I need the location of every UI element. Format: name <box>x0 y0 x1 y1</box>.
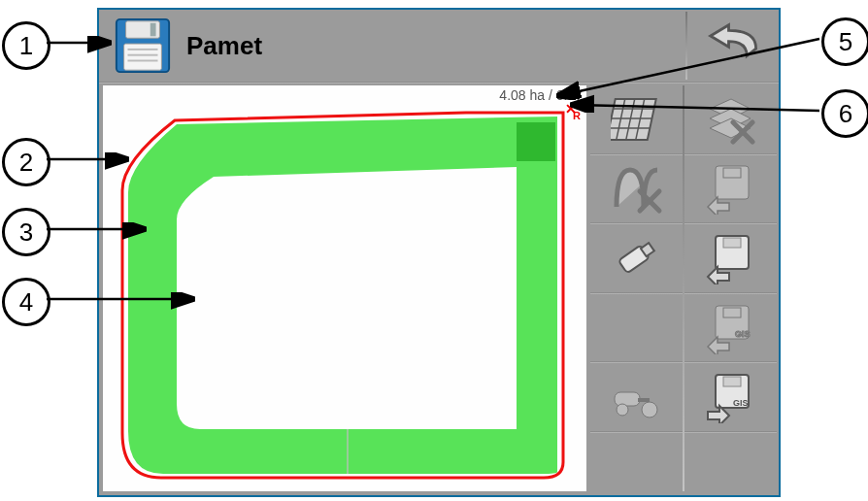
disk-import-button[interactable] <box>684 224 777 292</box>
callout-2: 2 <box>2 138 50 186</box>
layer-delete-button[interactable] <box>684 85 777 153</box>
svg-text:GIS: GIS <box>733 398 749 408</box>
disk-export-button[interactable] <box>684 155 777 223</box>
callout-5: 5 <box>821 17 868 66</box>
svg-point-30 <box>617 404 628 416</box>
header-separator <box>685 12 687 80</box>
disk-export-gis-button[interactable]: GIS <box>684 363 777 431</box>
save-icon <box>113 16 173 76</box>
svg-rect-2 <box>150 23 156 37</box>
sidebar: GIS <box>590 85 777 491</box>
disk-import-gis-button[interactable]: GIS <box>684 294 777 362</box>
path-delete-button[interactable] <box>590 155 684 223</box>
svg-point-31 <box>642 402 657 418</box>
field-map[interactable]: 4.08 ha / 6.17 ✕R <box>103 85 586 491</box>
machine-button[interactable] <box>590 363 684 431</box>
svg-text:GIS: GIS <box>735 329 751 339</box>
field-shape <box>117 113 569 482</box>
svg-rect-27 <box>723 308 741 317</box>
svg-rect-25 <box>723 238 741 248</box>
usb-button[interactable] <box>590 224 684 292</box>
empty-cell <box>590 294 684 362</box>
svg-rect-29 <box>615 392 640 406</box>
back-button[interactable] <box>707 21 765 68</box>
page-title: Pamet <box>186 31 262 61</box>
header-rule <box>99 82 779 84</box>
svg-rect-21 <box>723 168 741 178</box>
grid-button[interactable] <box>590 85 684 153</box>
callout-4: 4 <box>2 278 50 326</box>
svg-rect-3 <box>124 44 162 70</box>
header-bar: Pamet <box>99 10 779 82</box>
callout-3: 3 <box>2 208 50 256</box>
svg-rect-7 <box>517 122 555 161</box>
svg-rect-34 <box>723 377 741 386</box>
callout-1: 1 <box>2 21 50 70</box>
app-window: Pamet 4.08 ha / 6.17 ✕R <box>97 8 781 497</box>
callout-6: 6 <box>821 89 868 138</box>
